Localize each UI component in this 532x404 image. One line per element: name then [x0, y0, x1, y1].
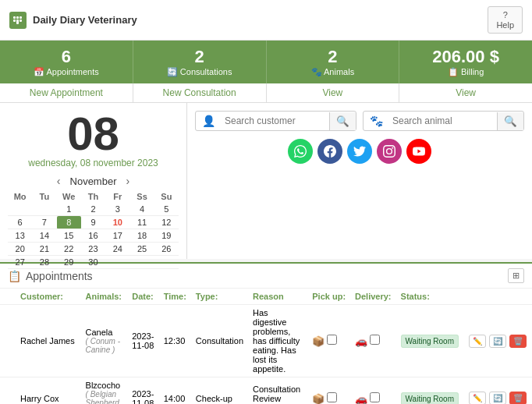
cal-day[interactable]: 15 — [57, 229, 81, 243]
svg-rect-2 — [20, 16, 22, 19]
youtube-button[interactable] — [406, 139, 431, 164]
stat-item-billing[interactable]: 206.00 $📋 Billing — [399, 41, 532, 83]
paw-icon: 🐾 — [364, 112, 389, 130]
cal-day[interactable]: 8 — [57, 216, 81, 229]
cal-day[interactable]: 19 — [154, 229, 179, 243]
calendar-grid: MoTuWeThFrSsSu 1234567891011121314151617… — [8, 190, 179, 269]
cal-day[interactable]: 26 — [154, 243, 179, 256]
pickup-cell: 📦 — [307, 377, 350, 404]
cal-day[interactable]: 22 — [57, 243, 81, 256]
delivery-cell: 🚗 — [350, 377, 395, 404]
col-header: Time: — [159, 289, 191, 305]
cal-day[interactable]: 14 — [32, 229, 56, 243]
facebook-button[interactable] — [317, 139, 342, 164]
delivery-cell: 🚗 — [350, 305, 395, 377]
cal-day[interactable]: 12 — [154, 216, 179, 229]
refresh-button[interactable]: 🔄 — [489, 392, 506, 404]
cal-day[interactable]: 27 — [8, 256, 32, 269]
person-icon: 👤 — [196, 112, 222, 130]
twitter-button[interactable] — [347, 139, 372, 164]
action-item-1[interactable]: New Consultation — [133, 83, 267, 102]
cal-day[interactable]: 6 — [8, 216, 32, 229]
delivery-checkbox[interactable] — [370, 335, 380, 345]
edit-button[interactable]: ✏️ — [469, 335, 486, 348]
search-row: 👤 🔍 🐾 🔍 — [195, 111, 524, 131]
cal-day[interactable]: 9 — [81, 216, 105, 229]
cal-day[interactable]: 29 — [57, 256, 81, 269]
next-month-button[interactable]: › — [122, 175, 133, 187]
cal-day[interactable]: 10 — [105, 216, 129, 229]
cal-day[interactable]: 7 — [32, 216, 56, 229]
animal-search-button[interactable]: 🔍 — [497, 112, 523, 130]
cal-day[interactable]: 11 — [129, 216, 154, 229]
cal-day[interactable]: 16 — [81, 229, 105, 243]
time-cell: 12:30 — [159, 305, 191, 377]
help-button[interactable]: ? Help — [488, 6, 523, 34]
col-header: Reason — [248, 289, 307, 305]
col-header: Customer: — [16, 289, 81, 305]
edit-button[interactable]: ✏️ — [469, 392, 486, 404]
animal-name: Canela — [86, 328, 123, 337]
delete-button[interactable]: 🗑️ — [509, 392, 527, 404]
col-header: Delivery: — [350, 289, 395, 305]
cal-day[interactable]: 18 — [129, 229, 154, 243]
expand-button[interactable]: ⊞ — [508, 268, 524, 283]
cal-day[interactable]: 5 — [154, 203, 179, 216]
appointments-title: 📋 Appointments — [8, 270, 93, 282]
delivery-checkbox[interactable] — [370, 392, 380, 402]
appointments-table-container: Customer:Animals:Date:Time:Type:ReasonPi… — [0, 289, 532, 404]
customer-cell: Rachel James — [16, 305, 81, 377]
pickup-checkbox[interactable] — [327, 392, 337, 402]
stat-item-appointments[interactable]: 6📅 Appointments — [0, 41, 133, 83]
animal-breed: ( Belgian Shepherd - Canine ) — [86, 390, 123, 404]
action-item-3[interactable]: View — [399, 83, 532, 102]
stat-label: 🔄 Consultations — [138, 67, 261, 77]
prev-month-button[interactable]: ‹ — [54, 175, 64, 187]
cal-day[interactable]: 25 — [129, 243, 154, 256]
cal-day[interactable]: 21 — [32, 243, 56, 256]
cal-day[interactable]: 30 — [81, 256, 105, 269]
table-row: Rachel JamesCanela( Conum - Canine )2023… — [0, 305, 532, 377]
whatsapp-button[interactable] — [288, 139, 313, 164]
cal-month: November — [70, 175, 117, 187]
refresh-button[interactable]: 🔄 — [489, 335, 506, 348]
instagram-button[interactable] — [377, 139, 402, 164]
cal-day[interactable]: 24 — [105, 243, 129, 256]
col-header: Status: — [396, 289, 463, 305]
cal-day[interactable]: 2 — [81, 203, 105, 216]
col-spacer — [0, 289, 16, 305]
main-content: 08 wednesday, 08 november 2023 ‹ Novembe… — [0, 103, 532, 259]
animal-name: Blzcocho — [86, 381, 123, 390]
cal-day — [8, 203, 32, 216]
customer-search-input[interactable] — [222, 112, 329, 129]
cal-day[interactable]: 4 — [129, 203, 154, 216]
action-cell: ✏️ 🔄 🗑️ — [463, 377, 532, 404]
date-cell: 2023-11-08 — [127, 377, 159, 404]
animal-breed: ( Conum - Canine ) — [86, 337, 123, 354]
customer-search-button[interactable]: 🔍 — [329, 112, 356, 130]
stat-number: 6 — [5, 47, 128, 67]
cal-day[interactable]: 17 — [105, 229, 129, 243]
cal-day[interactable]: 1 — [57, 203, 81, 216]
delivery-icon: 🚗 — [355, 393, 367, 404]
pickup-checkbox[interactable] — [327, 335, 337, 345]
cal-day — [154, 256, 179, 269]
animal-search-input[interactable] — [389, 112, 497, 129]
cal-day[interactable]: 23 — [81, 243, 105, 256]
table-header: Customer:Animals:Date:Time:Type:ReasonPi… — [0, 289, 532, 305]
cal-day[interactable]: 20 — [8, 243, 32, 256]
delete-button[interactable]: 🗑️ — [509, 335, 527, 348]
stat-item-animals[interactable]: 2🐾 Animals — [267, 41, 400, 83]
stat-item-consultations[interactable]: 2🔄 Consultations — [133, 41, 267, 83]
col-header: Animals: — [81, 289, 128, 305]
col-header: Type: — [191, 289, 248, 305]
stat-number: 2 — [271, 47, 395, 67]
cal-day[interactable]: 13 — [8, 229, 32, 243]
action-item-0[interactable]: New Appointment — [0, 83, 133, 102]
action-bar: New AppointmentNew ConsultationViewView — [0, 83, 532, 103]
cal-day[interactable]: 28 — [32, 256, 56, 269]
action-item-2[interactable]: View — [267, 83, 400, 102]
cal-day[interactable]: 3 — [105, 203, 129, 216]
app-title: Daily Diary Veterinary — [33, 14, 137, 26]
help-label: Help — [496, 20, 514, 30]
